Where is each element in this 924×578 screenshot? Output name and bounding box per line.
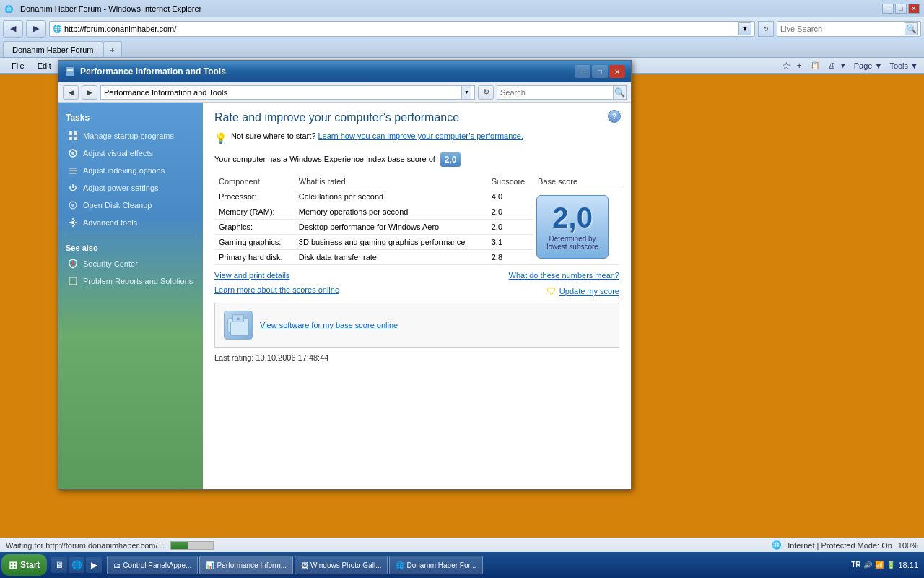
visual-effects-icon <box>67 147 79 159</box>
svg-rect-9 <box>69 171 77 172</box>
component-subscore: 4,0 <box>487 189 533 204</box>
big-score: 2,0 <box>544 203 601 232</box>
show-desktop-icon[interactable]: 🖥 <box>51 557 67 573</box>
component-name: Memory (RAM): <box>214 204 295 220</box>
view-software-link[interactable]: View software for my base score online <box>260 321 398 329</box>
taskbar-btn-photo[interactable]: 🖼 Windows Photo Gall... <box>295 556 388 574</box>
sidebar-item-problem-reports[interactable]: Problem Reports and Solutions <box>58 272 203 290</box>
status-progress <box>170 541 214 550</box>
sidebar-item-label: Adjust visual effects <box>83 149 153 158</box>
taskbar-btn-performance[interactable]: 📊 Performance Inform... <box>199 556 293 574</box>
start-label: Start <box>20 560 40 570</box>
cp-back-button[interactable]: ◀ <box>63 85 79 100</box>
cp-search-box: 🔍 <box>497 85 627 100</box>
audio-icon[interactable]: 🔊 <box>863 561 872 569</box>
favorites-icon[interactable]: ☆ <box>782 60 791 72</box>
sidebar-item-power[interactable]: Adjust power settings <box>58 179 203 197</box>
close-button[interactable]: ✕ <box>908 4 920 14</box>
component-what: Disk data transfer rate <box>295 250 487 265</box>
menu-edit[interactable]: Edit <box>32 60 57 72</box>
print-icon[interactable]: 🖨 <box>828 61 835 69</box>
network-icon[interactable]: 📶 <box>875 561 884 569</box>
address-go-button[interactable]: ▼ <box>738 22 751 35</box>
address-icon: 🌐 <box>53 25 61 33</box>
cp-search-input[interactable] <box>497 88 613 97</box>
taskbar-btn-icon: 📊 <box>206 561 214 569</box>
print-dropdown[interactable]: ▼ <box>840 61 847 69</box>
advanced-icon <box>67 217 79 228</box>
sidebar-item-disk-cleanup[interactable]: Open Disk Cleanup <box>58 197 203 214</box>
sidebar-item-visual-effects[interactable]: Adjust visual effects <box>58 144 203 162</box>
component-what: Memory operations per second <box>295 204 487 220</box>
sidebar-item-advanced[interactable]: Advanced tools <box>58 214 203 231</box>
numbers-meaning-link[interactable]: What do these numbers mean? <box>509 271 619 280</box>
component-name: Processor: <box>214 189 295 204</box>
page-button[interactable]: Page ▼ <box>854 61 883 70</box>
component-name: Primary hard disk: <box>214 250 295 265</box>
security-center-icon <box>67 258 79 269</box>
add-favorites-icon[interactable]: + <box>797 61 802 71</box>
cp-breadcrumb: Performance Information and Tools <box>104 88 461 97</box>
sidebar-item-security[interactable]: Security Center <box>58 255 203 272</box>
sidebar-item-label: Open Disk Cleanup <box>83 201 152 210</box>
history-icon[interactable]: 📋 <box>811 61 819 69</box>
svg-rect-10 <box>69 173 77 174</box>
taskbar-clock[interactable]: 18:11 <box>898 560 918 570</box>
menu-file[interactable]: File <box>6 60 30 72</box>
links-row: View and print details What do these num… <box>214 271 619 280</box>
sidebar-item-indexing[interactable]: Adjust indexing options <box>58 162 203 179</box>
col-component: Component <box>214 174 295 189</box>
sidebar-item-manage-startup[interactable]: Manage startup programs <box>58 127 203 144</box>
tools-button[interactable]: Tools ▼ <box>889 61 918 70</box>
cp-refresh-button[interactable]: ↻ <box>478 85 494 100</box>
cp-minimize-button[interactable]: ─ <box>575 65 590 78</box>
software-icon <box>224 311 253 340</box>
svg-point-20 <box>237 318 240 321</box>
maximize-button[interactable]: □ <box>895 4 907 14</box>
new-tab-button[interactable]: + <box>103 41 122 57</box>
component-name: Graphics: <box>214 220 295 235</box>
address-text: http://forum.donanimhaber.com/ <box>64 25 738 33</box>
cp-close-button[interactable]: ✕ <box>609 65 625 78</box>
start-button[interactable]: ⊞ Start <box>1 554 47 576</box>
help-button[interactable]: ? <box>608 110 621 123</box>
browser-tab[interactable]: Donanım Haber Forum <box>3 41 103 57</box>
media-quicklaunch-icon[interactable]: ▶ <box>86 557 102 573</box>
sidebar-tasks-label: Tasks <box>58 108 203 127</box>
cp-title-bar: Performance Information and Tools ─ □ ✕ <box>58 61 631 82</box>
sidebar-item-label: Security Center <box>83 259 138 268</box>
minimize-button[interactable]: ─ <box>882 4 894 14</box>
cp-address-dropdown[interactable]: ▼ <box>461 86 471 99</box>
see-also-label: See also <box>58 241 203 255</box>
cp-search-button[interactable]: 🔍 <box>613 86 626 99</box>
view-print-link[interactable]: View and print details <box>214 271 289 280</box>
cp-forward-button[interactable]: ▶ <box>82 85 97 100</box>
taskbar-btn-icon: 🖼 <box>301 561 308 569</box>
back-button[interactable]: ◀ <box>3 20 23 38</box>
page-title: Rate and improve your computer’s perform… <box>214 111 619 124</box>
manage-startup-icon <box>67 130 79 142</box>
update-score-link[interactable]: Update my score <box>559 287 619 296</box>
scores-online-link[interactable]: Learn more about the scores online <box>214 285 339 297</box>
forward-button[interactable]: ▶ <box>26 20 46 38</box>
taskbar-btn-control-panel[interactable]: 🗂 Control Panel\Appe... <box>107 556 198 574</box>
cp-window-icon <box>64 66 76 77</box>
hint-link[interactable]: Learn how you can improve your computer’… <box>318 131 523 140</box>
search-button[interactable]: 🔍 <box>905 22 918 35</box>
component-subscore: 2,8 <box>487 250 533 265</box>
cp-address-box[interactable]: Performance Information and Tools ▼ <box>100 85 475 100</box>
base-score-cell: 2,0 Determined by lowest subscore <box>533 189 619 265</box>
component-subscore: 2,0 <box>487 220 533 235</box>
svg-rect-17 <box>71 281 74 282</box>
component-name: Gaming graphics: <box>214 235 295 250</box>
refresh-button[interactable]: ↻ <box>758 21 774 37</box>
taskbar-btn-browser[interactable]: 🌐 Donanım Haber For... <box>389 556 482 574</box>
search-input[interactable] <box>780 25 905 33</box>
component-what: Desktop performance for Windows Aero <box>295 220 487 235</box>
power-icon <box>67 182 79 194</box>
ie-quicklaunch-icon[interactable]: 🌐 <box>69 557 84 573</box>
cp-maximize-button[interactable]: □ <box>592 65 608 78</box>
view-software-box[interactable]: View software for my base score online <box>214 303 619 348</box>
svg-rect-8 <box>69 168 77 169</box>
problem-reports-icon <box>67 275 79 287</box>
